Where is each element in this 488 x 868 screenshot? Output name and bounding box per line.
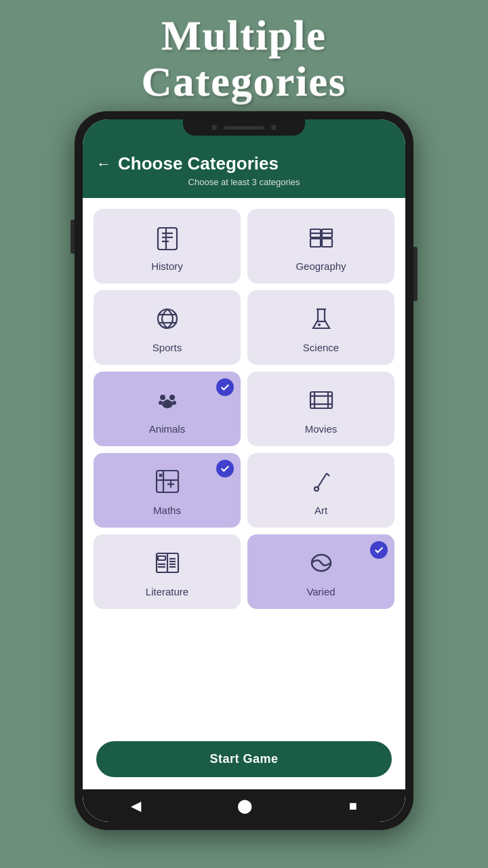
category-card-history[interactable]: History [94, 209, 241, 283]
category-card-varied[interactable]: Varied [247, 534, 394, 609]
movies-icon [308, 387, 335, 418]
svg-point-21 [172, 401, 176, 405]
category-card-animals[interactable]: Animals [94, 372, 241, 446]
start-game-button[interactable]: Start Game [96, 741, 392, 777]
svg-rect-38 [158, 556, 165, 560]
app-header: ← Choose Categories Choose at least 3 ca… [83, 145, 405, 198]
geography-label: Geography [296, 260, 346, 272]
svg-point-19 [169, 395, 175, 400]
sports-icon [154, 305, 181, 336]
animals-icon [154, 387, 181, 418]
speaker [224, 126, 264, 130]
page-title: Choose Categories [118, 153, 279, 174]
svg-point-11 [158, 309, 177, 328]
literature-icon [154, 549, 181, 580]
science-label: Science [303, 342, 339, 353]
camera-dot [211, 125, 217, 130]
category-card-geography[interactable]: Geography [247, 209, 394, 283]
category-card-movies[interactable]: Movies [247, 372, 394, 446]
categories-content: HistoryGeographySportsScienceAnimalsMovi… [83, 198, 405, 732]
categories-grid: HistoryGeographySportsScienceAnimalsMovi… [94, 209, 394, 609]
varied-icon [308, 549, 335, 580]
geography-icon [308, 224, 335, 255]
art-label: Art [314, 505, 327, 516]
maths-label: Maths [153, 505, 181, 516]
sports-label: Sports [152, 342, 182, 353]
back-button[interactable]: ← [96, 155, 111, 173]
maths-check-badge [216, 460, 234, 477]
power-button [413, 247, 418, 301]
science-icon [308, 305, 335, 336]
phone-frame: ← Choose Categories Choose at least 3 ca… [75, 111, 413, 830]
volume-button [70, 220, 75, 254]
nav-recents-button[interactable]: ■ [349, 798, 357, 814]
svg-point-22 [165, 399, 169, 403]
sensor-dot [271, 125, 277, 130]
art-icon [308, 468, 335, 499]
svg-rect-8 [322, 239, 332, 247]
varied-check-badge [370, 541, 388, 559]
status-bar [83, 119, 405, 145]
category-card-maths[interactable]: Maths [94, 453, 241, 528]
nav-back-button[interactable]: ◀ [131, 797, 141, 814]
animals-label: Animals [149, 423, 185, 435]
category-card-literature[interactable]: Literature [94, 534, 241, 609]
svg-rect-7 [310, 239, 321, 247]
svg-point-35 [314, 487, 319, 491]
movies-label: Movies [305, 423, 338, 435]
svg-rect-0 [158, 228, 177, 250]
notch [183, 119, 305, 136]
category-card-art[interactable]: Art [247, 453, 394, 528]
svg-rect-23 [310, 392, 332, 408]
literature-label: Literature [146, 586, 188, 597]
nav-bar: ◀ ⬤ ■ [83, 789, 405, 822]
category-card-sports[interactable]: Sports [94, 290, 241, 365]
category-card-science[interactable]: Science [247, 290, 394, 365]
svg-point-18 [160, 395, 165, 400]
history-label: History [151, 260, 183, 272]
start-button-area: Start Game [83, 732, 405, 789]
page-subtitle: Choose at least 3 categories [188, 177, 300, 187]
animals-check-badge [216, 378, 234, 396]
background-title: Multiple Categories [142, 12, 346, 104]
maths-icon [154, 468, 181, 499]
svg-point-20 [159, 401, 163, 405]
nav-home-button[interactable]: ⬤ [237, 797, 252, 814]
varied-label: Varied [306, 586, 335, 597]
svg-point-16 [318, 323, 321, 326]
history-icon [154, 224, 181, 255]
